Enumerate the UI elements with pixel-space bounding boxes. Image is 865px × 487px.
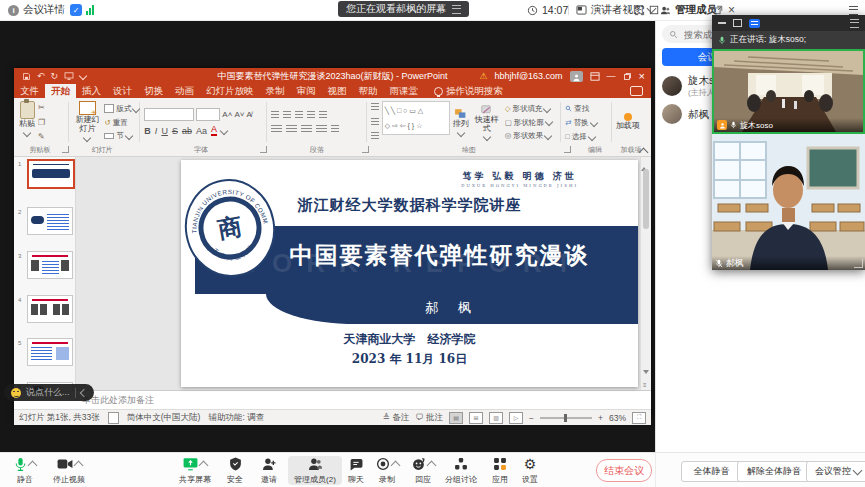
tab-insert[interactable]: 插入	[76, 84, 107, 98]
cut-icon[interactable]: ✂	[38, 103, 45, 112]
minimize-icon[interactable]	[718, 22, 726, 24]
new-slide-button[interactable]: 新建幻灯片	[73, 101, 101, 143]
tab-review[interactable]: 审阅	[291, 84, 322, 98]
banner-menu-icon[interactable]	[452, 5, 461, 14]
reading-view-icon[interactable]: ▥	[489, 412, 503, 424]
drawing-dialog-launcher[interactable]	[564, 146, 571, 153]
video-list-icon[interactable]	[850, 19, 859, 28]
tab-home[interactable]: 开始	[45, 84, 76, 98]
copy-icon[interactable]: ❐	[38, 118, 45, 127]
shape-effects-button[interactable]: ◎形状效果	[505, 130, 552, 141]
save-icon[interactable]	[22, 72, 31, 81]
slide-thumbnail-4[interactable]	[27, 295, 73, 323]
italic-button[interactable]: I	[155, 126, 158, 136]
shapes-gallery[interactable]: ╲ ╲ □ ○ ▭ △ ◇ ⇨ ⇦ { } ☆	[382, 101, 450, 135]
restore-icon[interactable]	[623, 72, 632, 81]
redo-icon[interactable]: ↻	[51, 71, 59, 81]
clear-format-icon[interactable]: A̸	[246, 110, 251, 119]
slide-thumbnail-5[interactable]	[27, 338, 73, 366]
accessibility-status[interactable]: 辅助功能: 调查	[208, 412, 264, 424]
slide-thumbnail-2[interactable]	[27, 207, 73, 235]
end-meeting-button[interactable]: 结束会议	[596, 459, 652, 482]
next-slide-icon[interactable]: ≡	[643, 382, 647, 388]
clipboard-dialog-launcher[interactable]	[62, 146, 69, 153]
tell-me-search[interactable]: 操作说明搜索	[434, 85, 503, 98]
line-spacing-icon[interactable]	[319, 111, 327, 120]
justify-icon[interactable]	[316, 125, 327, 134]
char-spacing-icon[interactable]: ab	[182, 126, 192, 136]
align-right-icon[interactable]	[301, 125, 312, 134]
paragraph-dialog-launcher[interactable]	[362, 146, 369, 153]
invite-button[interactable]: 邀请	[252, 456, 286, 485]
tab-file[interactable]: 文件	[14, 84, 45, 98]
slideshow-icon[interactable]	[64, 72, 74, 80]
underline-button[interactable]: U	[161, 126, 168, 136]
change-case-button[interactable]: Aa	[196, 126, 207, 136]
bullets-icon[interactable]	[271, 111, 279, 120]
shape-fill-button[interactable]: ◇形状填充	[505, 103, 552, 114]
comments-icon[interactable]	[630, 86, 643, 96]
indent-decrease-icon[interactable]	[295, 111, 303, 120]
slideshow-view-icon[interactable]: ▷	[509, 412, 523, 424]
resize-handle[interactable]	[854, 259, 863, 268]
addins-button[interactable]: 加载项	[616, 101, 640, 143]
reset-button[interactable]: ↺重置	[104, 117, 139, 128]
tab-view[interactable]: 视图	[322, 84, 353, 98]
video-tile-haofeng[interactable]: 郝枫	[712, 134, 865, 270]
font-dialog-launcher[interactable]	[260, 146, 267, 153]
reactions-button[interactable]: 回应	[404, 456, 442, 485]
fullscreen-icon[interactable]	[634, 0, 645, 20]
tab-help[interactable]: 帮助	[353, 84, 384, 98]
security-button[interactable]: 安全	[218, 456, 252, 485]
format-painter-icon[interactable]: ✎	[38, 132, 45, 141]
slide-thumbnail-3[interactable]	[27, 251, 73, 279]
network-signal-icon[interactable]	[86, 0, 94, 20]
account-email[interactable]: hbhjhf@163.com	[494, 71, 562, 81]
tab-animations[interactable]: 动画	[169, 84, 200, 98]
font-name-select[interactable]	[144, 108, 194, 121]
zoom-level[interactable]: 63%	[609, 413, 626, 423]
layout-window-icon[interactable]	[649, 0, 659, 20]
watching-screen-banner[interactable]: 您正在观看郝枫的屏幕	[338, 1, 469, 17]
minimize-icon[interactable]: —	[607, 71, 616, 81]
bold-button[interactable]: B	[144, 126, 151, 136]
align-left-icon[interactable]	[271, 125, 282, 134]
font-size-select[interactable]	[196, 108, 220, 121]
tab-transitions[interactable]: 切换	[138, 84, 169, 98]
vertical-scrollbar[interactable]: ≡	[640, 157, 651, 390]
collapse-chevron-icon[interactable]	[79, 388, 87, 396]
section-button[interactable]: 节	[104, 130, 139, 141]
zoom-out-icon[interactable]: −	[529, 413, 534, 423]
message-input-overlay[interactable]: 说点什么...	[4, 384, 94, 401]
close-window-icon[interactable]: ×	[639, 70, 645, 82]
columns-icon[interactable]	[331, 125, 339, 134]
scrollbar-thumb[interactable]	[643, 169, 649, 229]
language-status[interactable]: 简体中文(中国大陆)	[127, 412, 201, 424]
zoom-in-icon[interactable]: +	[598, 413, 603, 423]
record-options-chevron[interactable]	[390, 461, 400, 471]
meeting-control-button[interactable]: 会议管控	[806, 461, 865, 482]
text-direction-icon[interactable]	[371, 103, 379, 112]
tab-design[interactable]: 设计	[107, 84, 138, 98]
fit-slide-icon[interactable]: ⛶	[632, 412, 646, 424]
video-options-chevron[interactable]	[73, 461, 83, 471]
settings-button[interactable]: ⚙ 设置	[514, 456, 546, 485]
reactions-chevron[interactable]	[426, 461, 436, 471]
tab-record[interactable]: 录制	[260, 84, 291, 98]
video-tile-room[interactable]: 旋木soso	[712, 49, 865, 134]
select-button[interactable]: □选择	[565, 131, 607, 142]
gallery-view-icon[interactable]	[749, 19, 760, 28]
notes-toggle[interactable]: ≜ 备注	[383, 412, 409, 424]
zoom-slider[interactable]	[540, 417, 592, 419]
breakout-rooms-button[interactable]: 分组讨论	[438, 456, 484, 485]
qat-customize-icon[interactable]	[79, 72, 87, 80]
ribbon-display-icon[interactable]	[590, 72, 600, 81]
tab-slideshow[interactable]: 幻灯片放映	[200, 84, 260, 98]
shape-outline-button[interactable]: ▢形状轮廓	[505, 117, 552, 128]
security-shield-icon[interactable]: ✓	[70, 0, 82, 20]
maximize-icon[interactable]	[733, 19, 742, 27]
floating-video-window[interactable]: 正在讲话: 旋木soso;	[712, 15, 865, 270]
undo-icon[interactable]: ↶	[37, 71, 45, 81]
share-screen-button[interactable]: 共享屏幕	[172, 456, 218, 485]
manage-members-button[interactable]: 管理成员(2)	[288, 456, 342, 485]
